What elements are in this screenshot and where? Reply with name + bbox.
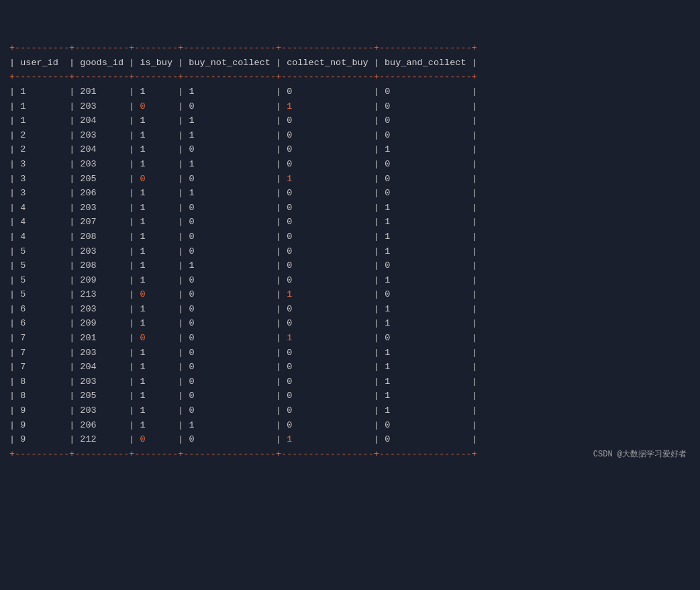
table-row: | 1 | 203 | 0 | 0 | 1 | 0 | xyxy=(9,99,691,114)
border-bot: +----------+----------+--------+--------… xyxy=(9,447,691,462)
table-row: | 5 | 203 | 1 | 0 | 0 | 1 | xyxy=(9,244,691,259)
table-row: | 4 | 208 | 1 | 0 | 0 | 1 | xyxy=(9,230,691,244)
table-row: | 6 | 203 | 1 | 0 | 0 | 1 | xyxy=(9,302,691,317)
table-row: | 4 | 203 | 1 | 0 | 0 | 1 | xyxy=(9,201,691,215)
table-row: | 8 | 203 | 1 | 0 | 0 | 1 | xyxy=(9,375,691,389)
table-row: | 9 | 212 | 0 | 0 | 1 | 0 | xyxy=(9,432,691,447)
table-row: | 2 | 203 | 1 | 1 | 0 | 0 | xyxy=(9,128,691,143)
table-row: | 7 | 204 | 1 | 0 | 0 | 1 | xyxy=(9,360,691,375)
table-row: | 7 | 201 | 0 | 0 | 1 | 0 | xyxy=(9,331,691,346)
table-row: | 3 | 203 | 1 | 1 | 0 | 0 | xyxy=(9,157,691,172)
table-row: | 3 | 206 | 1 | 1 | 0 | 0 | xyxy=(9,186,691,201)
table-row: | 9 | 206 | 1 | 1 | 0 | 0 | xyxy=(9,418,691,433)
table-row: | 4 | 207 | 1 | 0 | 0 | 1 | xyxy=(9,215,691,230)
table-row: | 2 | 204 | 1 | 0 | 0 | 1 | xyxy=(9,142,691,157)
border-top: +----------+----------+--------+--------… xyxy=(9,41,691,56)
terminal-container: +----------+----------+--------+--------… xyxy=(7,7,693,466)
table-row: | 5 | 209 | 1 | 0 | 0 | 1 | xyxy=(9,273,691,288)
table-row: | 5 | 213 | 0 | 0 | 1 | 0 | xyxy=(9,287,691,302)
table-row: | 1 | 201 | 1 | 1 | 0 | 0 | xyxy=(9,85,691,99)
table-row: | 8 | 205 | 1 | 0 | 0 | 1 | xyxy=(9,389,691,403)
border-mid: +----------+----------+--------+--------… xyxy=(9,70,691,85)
table-row: | 9 | 203 | 1 | 0 | 0 | 1 | xyxy=(9,403,691,418)
table-header: | user_id | goods_id | is_buy | buy_not_… xyxy=(9,56,691,70)
table-wrapper: +----------+----------+--------+--------… xyxy=(9,12,691,461)
table-row: | 7 | 203 | 1 | 0 | 0 | 1 | xyxy=(9,346,691,360)
table-row: | 6 | 209 | 1 | 0 | 0 | 1 | xyxy=(9,316,691,331)
watermark: CSDN @大数据学习爱好者 xyxy=(593,448,687,460)
table-row: | 3 | 205 | 0 | 0 | 1 | 0 | xyxy=(9,172,691,187)
table-row: | 5 | 208 | 1 | 1 | 0 | 0 | xyxy=(9,258,691,273)
table-row: | 1 | 204 | 1 | 1 | 0 | 0 | xyxy=(9,113,691,128)
